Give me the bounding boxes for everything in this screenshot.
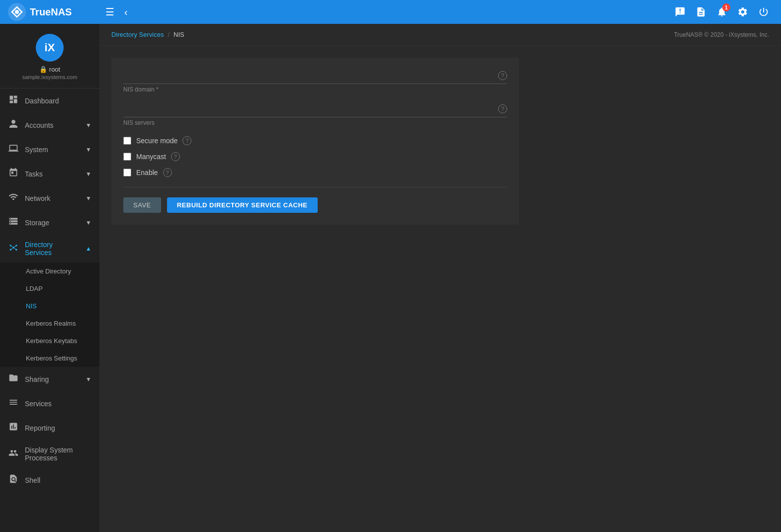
svg-point-4 [15,245,17,246]
save-button[interactable]: SAVE [123,197,161,213]
sidebar-item-storage[interactable]: Storage ▼ [0,210,99,235]
sidebar-item-sharing[interactable]: Sharing ▼ [0,367,99,391]
svg-point-1 [15,10,19,14]
sidebar-item-kerberos-realms[interactable]: Kerberos Realms [0,315,99,332]
enable-label: Enable [136,169,158,177]
manycast-label: Manycast [136,153,166,161]
power-button[interactable] [754,2,773,21]
truenas-logo-icon [8,3,26,21]
sidebar-item-active-directory[interactable]: Active Directory [0,263,99,280]
lock-icon: 🔒 [39,66,47,73]
sidebar-item-nis[interactable]: NIS [0,297,99,315]
nis-servers-field: ? NIS servers [123,103,507,126]
user-feedback-button[interactable] [671,2,690,21]
tasks-button[interactable] [692,2,710,21]
app-logo: TrueNAS [8,3,97,21]
svg-line-9 [11,248,12,249]
sidebar-item-label: System [25,146,48,154]
secure-mode-checkbox[interactable] [123,137,131,145]
storage-icon [8,216,19,229]
sidebar-item-label: Storage [25,219,49,227]
svg-point-6 [15,249,17,250]
sidebar-item-reporting[interactable]: Reporting [0,416,99,440]
sidebar-item-tasks[interactable]: Tasks ▼ [0,162,99,186]
topbar: TrueNAS ☰ ‹ 1 [0,0,781,24]
breadcrumb-parent[interactable]: Directory Services [111,31,164,38]
user-profile: iX 🔒 root sample.ixsystems.com [0,24,99,89]
nis-servers-help-icon[interactable]: ? [498,104,507,113]
directory-services-icon [8,243,19,255]
sidebar-item-system[interactable]: System ▼ [0,137,99,162]
svg-point-2 [12,247,14,248]
nis-servers-input[interactable] [123,103,494,115]
sidebar-item-label: Network [25,194,50,202]
app-title: TrueNAS [30,6,72,18]
topbar-right: 1 [671,2,773,21]
shell-icon [8,474,19,486]
chevron-down-icon: ▼ [86,122,91,129]
breadcrumb-separator: / [168,31,170,38]
manycast-checkbox[interactable] [123,153,131,161]
sidebar: iX 🔒 root sample.ixsystems.com Dashboard… [0,24,99,532]
breadcrumb: Directory Services / NIS [111,31,184,38]
nis-domain-input[interactable] [123,70,494,82]
rebuild-cache-button[interactable]: REBUILD DIRECTORY SERVICE CACHE [167,197,318,213]
sidebar-item-dashboard[interactable]: Dashboard [0,89,99,113]
system-icon [8,143,19,156]
sidebar-item-label: Sharing [25,375,49,383]
sidebar-item-label: Services [25,400,52,408]
enable-row: Enable ? [123,168,507,177]
notification-badge: 1 [722,3,730,11]
chevron-up-icon: ▲ [86,245,91,252]
chevron-down-icon: ▼ [86,195,91,202]
nis-form-card: ? NIS domain * ? NIS servers Secure mode [111,58,519,225]
sidebar-item-label: Dashboard [25,97,59,105]
sidebar-item-label: Accounts [25,121,54,129]
sidebar-item-network[interactable]: Network ▼ [0,186,99,210]
secure-mode-help-icon[interactable]: ? [182,136,191,145]
user-host: sample.ixsystems.com [22,74,78,80]
reporting-icon [8,422,19,434]
sidebar-item-label: Display System Processes [25,446,91,462]
nis-domain-help-icon[interactable]: ? [498,71,507,80]
svg-point-5 [10,249,11,250]
form-divider [123,187,507,187]
secure-mode-label: Secure mode [136,137,177,145]
collapse-sidebar-button[interactable]: ‹ [120,2,132,22]
page-content: ? NIS domain * ? NIS servers Secure mode [99,46,781,532]
breadcrumb-current: NIS [174,31,184,38]
manycast-help-icon[interactable]: ? [171,152,180,161]
notifications-button[interactable]: 1 [712,2,731,21]
sidebar-item-kerberos-keytabs[interactable]: Kerberos Keytabs [0,332,99,350]
settings-button[interactable] [733,2,752,21]
sidebar-item-display-system-processes[interactable]: Display System Processes [0,440,99,468]
sidebar-item-accounts[interactable]: Accounts ▼ [0,113,99,137]
sidebar-item-directory-services[interactable]: Directory Services ▲ [0,235,99,263]
sharing-icon [8,373,19,385]
svg-line-10 [14,248,16,249]
dashboard-icon [8,94,19,107]
sidebar-item-shell[interactable]: Shell [0,468,99,492]
directory-services-submenu: Active Directory LDAP NIS Kerberos Realm… [0,263,99,367]
svg-line-7 [11,246,12,247]
svg-line-8 [14,246,16,247]
accounts-icon [8,119,19,131]
nis-domain-label-text: NIS domain * [123,86,507,93]
main-layout: iX 🔒 root sample.ixsystems.com Dashboard… [0,24,781,532]
form-actions: SAVE REBUILD DIRECTORY SERVICE CACHE [123,197,507,213]
breadcrumb-bar: Directory Services / NIS TrueNAS® © 2020… [99,24,781,46]
sidebar-item-label: Directory Services [25,241,80,257]
sidebar-item-ldap[interactable]: LDAP [0,280,99,297]
sidebar-item-kerberos-settings[interactable]: Kerberos Settings [0,350,99,367]
sidebar-item-services[interactable]: Services [0,391,99,416]
menu-toggle-button[interactable]: ☰ [101,2,118,22]
tasks-icon [8,168,19,180]
chevron-down-icon: ▼ [86,219,91,226]
services-icon [8,397,19,410]
secure-mode-row: Secure mode ? [123,136,507,145]
avatar: iX [36,34,64,62]
chevron-down-icon: ▼ [86,171,91,177]
enable-checkbox[interactable] [123,169,131,177]
enable-help-icon[interactable]: ? [163,168,172,177]
display-system-processes-icon [8,448,19,460]
